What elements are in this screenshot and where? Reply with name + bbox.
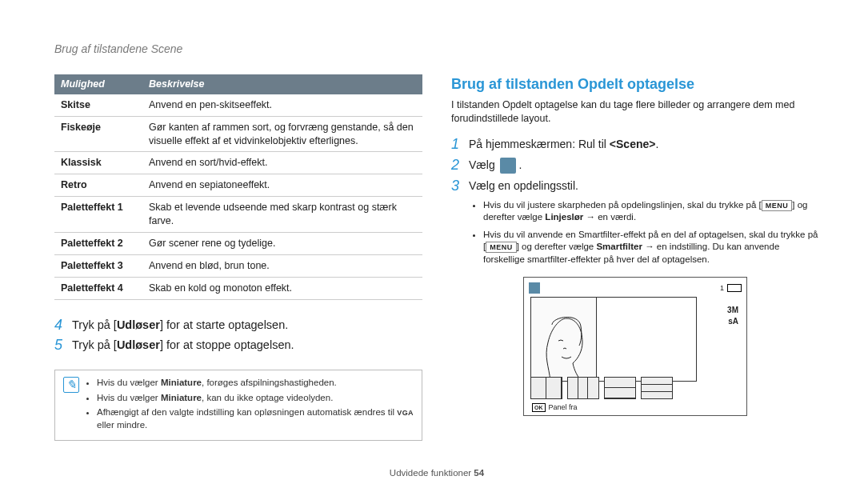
table-row: Paletteffekt 3Anvend en blød, brun tone. <box>54 254 422 277</box>
layout-thumb-3h <box>641 377 673 399</box>
table-row: FiskeøjeGør kanten af rammen sort, og fo… <box>54 116 422 152</box>
note-icon: ✎ <box>63 377 79 393</box>
sub-bullet: Hvis du vil anvende en Smartfilter-effek… <box>483 229 819 266</box>
step-item: 2 Vælg . <box>451 158 819 174</box>
layout-thumb-2v <box>530 377 562 399</box>
note-bullet: Hvis du vælger Miniature, forøges afspil… <box>97 377 414 390</box>
panel-caption: Panel fra <box>549 402 578 412</box>
step-number: 5 <box>54 338 72 354</box>
table-row: Paletteffekt 4Skab en kold og monoton ef… <box>54 277 422 299</box>
face-sketch-icon <box>534 310 594 381</box>
shots-remaining: 1 <box>720 283 724 293</box>
menu-label: MENU <box>486 242 517 253</box>
table-row: RetroAnvend en sepiatoneeffekt. <box>54 174 422 197</box>
ok-button-label: OK <box>532 403 546 412</box>
note-box: ✎ Hvis du vælger Miniature, forøges afsp… <box>54 370 422 441</box>
note-bullet: Hvis du vælger Miniature, kan du ikke op… <box>97 392 414 405</box>
step-number: 3 <box>451 178 469 194</box>
table-row: KlassiskAnvend en sort/hvid-effekt. <box>54 152 422 174</box>
options-table: Mulighed Beskrivelse SkitseAnvend en pen… <box>54 74 422 300</box>
mode-icon <box>529 282 540 294</box>
table-row: Paletteffekt 1Skab et levende udseende m… <box>54 197 422 233</box>
step-item: 4 Tryk på [Udløser] for at starte optage… <box>54 318 422 334</box>
resolution-label: 3M <box>727 305 738 316</box>
layout-thumb-2h <box>604 377 636 399</box>
flash-label: sA <box>727 316 738 327</box>
step-item: 5 Tryk på [Udløser] for at stoppe optage… <box>54 338 422 354</box>
step-item: 3 Vælg en opdelingsstil. <box>451 178 819 194</box>
page-footer: Udvidede funktioner 54 <box>54 459 819 480</box>
section-intro: I tilstanden Opdelt optagelse kan du tag… <box>451 98 819 126</box>
step-number: 4 <box>54 318 72 334</box>
battery-icon <box>727 284 742 292</box>
sub-bullet: Hvis du vil justere skarpheden på opdeli… <box>483 199 819 224</box>
th-desc: Beskrivelse <box>142 74 422 94</box>
table-row: SkitseAnvend en pen-skitseeffekt. <box>54 94 422 116</box>
table-row: Paletteffekt 2Gør scener rene og tydelig… <box>54 232 422 254</box>
split-shot-mode-icon <box>500 158 516 174</box>
step-number: 1 <box>451 137 469 153</box>
layout-thumb-3v <box>567 377 599 399</box>
menu-label: MENU <box>762 200 793 211</box>
note-bullet: Afhængigt af den valgte indstilling kan … <box>97 406 414 431</box>
lcd-preview: 1 <box>523 277 747 416</box>
page-header: Brug af tilstandene Scene <box>54 42 819 57</box>
vga-tag: VGA <box>397 408 414 418</box>
th-option: Mulighed <box>54 74 142 94</box>
section-title: Brug af tilstanden Opdelt optagelse <box>451 74 819 94</box>
step-item: 1 På hjemmeskærmen: Rul til <Scene>. <box>451 137 819 153</box>
step-number: 2 <box>451 158 469 174</box>
